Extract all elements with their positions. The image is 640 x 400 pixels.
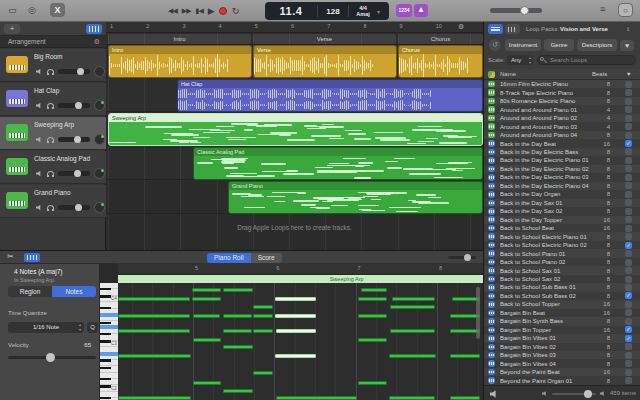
pan-knob[interactable] [94,202,105,213]
mute-icon[interactable] [36,171,43,177]
pressed-key[interactable] [100,313,118,317]
midi-note[interactable] [118,297,190,301]
black-key[interactable] [100,367,111,370]
loop-checkbox[interactable] [625,309,632,316]
midi-note[interactable] [450,396,480,400]
black-key[interactable] [100,333,111,336]
midi-note[interactable] [392,297,435,301]
midi-note[interactable] [275,354,316,358]
record-button[interactable] [219,7,227,15]
midi-note[interactable] [223,389,253,393]
region-hat-clap[interactable]: Hat Clap [177,79,483,112]
loop-checkbox[interactable] [625,123,632,130]
midi-note[interactable] [193,338,221,342]
loop-checkbox[interactable]: ✓ [625,326,632,333]
black-key[interactable] [100,307,111,310]
track-volume-slider[interactable] [58,103,90,108]
pressed-key[interactable] [100,325,118,329]
quantize-dropdown[interactable]: 1/16 Note ▴▾ [8,322,84,333]
loop-row[interactable]: Around and Around Piano 034 [484,122,640,130]
loop-row[interactable]: Bargain Bin Topper16✓ [484,326,640,334]
lcd-display[interactable]: 11.4 128 4/4 Amaj ▾ [265,2,389,20]
loop-checkbox[interactable] [625,233,632,240]
scissors-icon[interactable]: ✂ [7,252,14,261]
loop-checkbox[interactable] [625,276,632,283]
count-in-button[interactable]: 1234 [396,4,412,17]
loop-checkbox[interactable] [625,259,632,266]
loop-row[interactable]: Around and Around Piano 014 [484,105,640,113]
track-header-big-room[interactable]: Big Room [0,49,106,82]
loop-checkbox[interactable] [625,343,632,350]
editor-zoom-slider[interactable] [448,256,476,259]
mute-icon[interactable] [36,205,43,211]
loop-row[interactable]: Back in the Day Electric Piano 028 [484,165,640,173]
preview-volume-slider[interactable] [552,393,596,396]
tab-score[interactable]: Score [251,253,282,263]
loop-pack-dropdown[interactable]: Vision and Verse [560,26,608,32]
midi-note[interactable] [118,396,191,400]
midi-note[interactable] [193,381,221,385]
loop-checkbox[interactable] [625,165,632,172]
list-icon[interactable]: ≡ [600,4,605,14]
loop-row[interactable]: Back in the Day Sax 018 [484,199,640,207]
descriptors-filter-button[interactable]: Descriptors [577,39,617,51]
loop-row[interactable]: Bargain Bin Synth Bass8 [484,317,640,325]
midi-note[interactable] [389,354,436,358]
solo-headphones-icon[interactable] [47,171,54,176]
loop-checkbox[interactable] [625,250,632,257]
black-key[interactable] [100,385,111,388]
loop-row[interactable]: Beyond the Paint Beat16 [484,368,640,376]
black-key[interactable] [100,295,111,298]
play-icon[interactable]: ▶ [208,6,214,16]
loop-checkbox[interactable] [625,199,632,206]
midi-note[interactable] [358,297,387,301]
loop-checkbox[interactable] [625,318,632,325]
go-to-start-icon[interactable]: ▮◀ [196,7,203,15]
midi-note[interactable] [192,297,221,301]
mute-icon[interactable] [36,103,43,109]
loop-checkbox[interactable] [625,360,632,367]
master-volume-slider[interactable] [490,8,542,13]
region-sweeping-arp[interactable]: Sweeping Arp [108,113,483,146]
midi-note[interactable] [450,354,480,358]
rewind-icon[interactable]: ◀◀ [168,7,177,15]
loop-checkbox[interactable] [625,182,632,189]
midi-note[interactable] [390,329,435,333]
loop-checkbox[interactable] [625,132,632,139]
cycle-icon[interactable]: ↻ [232,6,239,16]
loop-row[interactable]: Back to School Sub Bass 018 [484,283,640,291]
midi-note[interactable] [358,381,387,385]
loop-checkbox[interactable]: ✓ [625,140,632,147]
loop-row[interactable]: Back in the Day Electric Bass8 [484,148,640,156]
solo-headphones-icon[interactable] [47,69,54,74]
loop-row[interactable]: Bargain Bin Vibes 018✓ [484,334,640,342]
black-key[interactable] [100,359,111,362]
loop-checkbox[interactable] [625,352,632,359]
scale-dropdown[interactable]: Any ▴▾ [507,55,533,65]
piano-roll-ruler[interactable]: 5678 [118,263,483,275]
loop-checkbox[interactable] [625,81,632,88]
mute-icon[interactable] [36,137,43,143]
loop-row[interactable]: Back to School Topper16 [484,300,640,308]
midi-note[interactable] [390,305,435,309]
loop-row[interactable]: 8-Track Tape Electric Piano8 [484,88,640,96]
loop-row[interactable]: Back in the Day Electric Piano 038 [484,173,640,181]
time-signature-key[interactable]: 4/4 Amaj [349,5,377,17]
loop-row[interactable]: Back in the Day Topper16 [484,216,640,224]
track-volume-slider[interactable] [58,171,90,176]
midi-note[interactable] [223,288,253,292]
region-intro[interactable]: Intro [108,45,252,78]
pan-knob[interactable] [94,100,105,111]
loop-checkbox[interactable] [625,377,632,384]
track-header-grand-piano[interactable]: Grand Piano [0,185,106,218]
mute-icon[interactable] [36,69,43,75]
reset-filters-button[interactable]: ↺ [489,39,501,51]
midi-note[interactable] [118,314,190,318]
drawer-icon[interactable]: ▭ [8,4,17,17]
loop-row[interactable]: Bargain Bin Vibes 048 [484,359,640,367]
tab-notes[interactable]: Notes [52,286,96,297]
pressed-key[interactable] [100,352,118,356]
loop-list-header[interactable]: Name Beats ♥ [484,69,640,80]
midi-note[interactable] [118,329,190,333]
loop-row[interactable]: Back to School Electric Piano 018 [484,232,640,240]
